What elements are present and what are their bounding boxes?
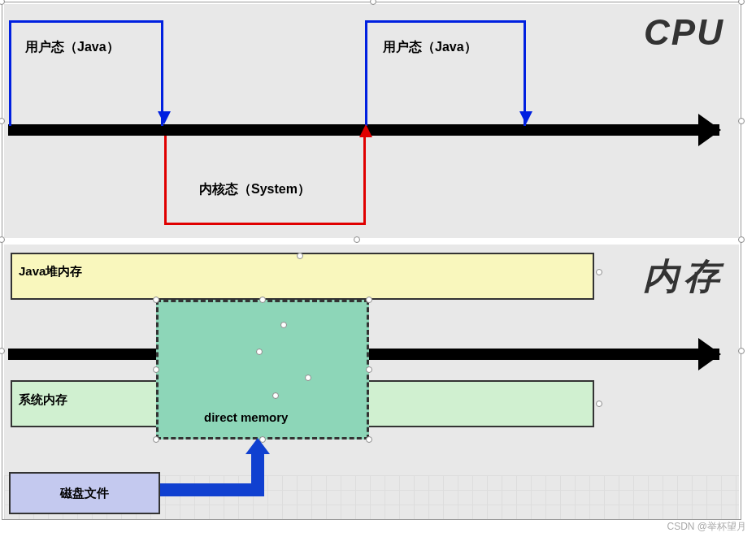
selection-handle[interactable]: [272, 392, 279, 399]
selection-handle[interactable]: [354, 236, 360, 243]
selection-handle[interactable]: [297, 253, 303, 259]
selection-handle[interactable]: [738, 0, 745, 5]
selection-handle[interactable]: [0, 236, 5, 243]
selection-handle[interactable]: [259, 297, 266, 303]
selection-handle[interactable]: [738, 236, 745, 243]
selection-handle[interactable]: [596, 269, 602, 275]
selection-handle[interactable]: [738, 348, 745, 354]
cpu-title: CPU: [644, 12, 724, 53]
selection-handle[interactable]: [305, 375, 311, 381]
arrow-head-icon: [698, 114, 721, 146]
selection-handle[interactable]: [256, 349, 263, 355]
selection-handle[interactable]: [366, 366, 372, 373]
direct-memory-label: direct memory: [204, 410, 288, 424]
system-memory-label: 系统内存: [19, 392, 67, 408]
memory-panel: 内存 Java堆内存 系统内存 direct memory: [4, 245, 739, 519]
selection-handle[interactable]: [596, 401, 602, 407]
memory-title: 内存: [643, 253, 724, 301]
kernel-mode-label: 内核态（System）: [199, 181, 311, 198]
user-mode-box-1[interactable]: [9, 20, 163, 126]
arrow-up-icon: [359, 124, 372, 137]
arrow-down-icon: [519, 111, 532, 124]
arrow-up-icon: [245, 438, 270, 454]
selection-handle[interactable]: [366, 297, 372, 303]
watermark-text: CSDN @举杯望月: [667, 520, 746, 534]
selection-handle[interactable]: [738, 118, 745, 124]
user-mode-label-1: 用户态（Java）: [25, 39, 119, 56]
disk-file-label: 磁盘文件: [60, 486, 109, 501]
selection-handle[interactable]: [153, 297, 159, 303]
cpu-panel: CPU 用户态（Java） 用户态（Java） 内核态（System）: [4, 4, 739, 238]
kernel-mode-box[interactable]: [164, 136, 366, 225]
selection-handle[interactable]: [153, 436, 159, 443]
java-heap-label: Java堆内存: [19, 264, 82, 279]
selection-handle[interactable]: [280, 322, 287, 328]
user-mode-label-2: 用户态（Java）: [383, 39, 477, 56]
disk-arrow-horizontal: [160, 483, 264, 496]
arrow-head-icon: [698, 338, 721, 370]
java-heap-box[interactable]: [11, 253, 594, 300]
user-mode-box-2[interactable]: [365, 20, 526, 126]
arrow-down-icon: [158, 111, 171, 124]
diagram-canvas: CPU 用户态（Java） 用户态（Java） 内核态（System） 内存 J…: [2, 2, 741, 520]
disk-arrow-vertical: [251, 451, 264, 492]
disk-file-box[interactable]: 磁盘文件: [9, 472, 160, 514]
selection-handle[interactable]: [366, 436, 372, 443]
selection-handle[interactable]: [153, 366, 159, 373]
